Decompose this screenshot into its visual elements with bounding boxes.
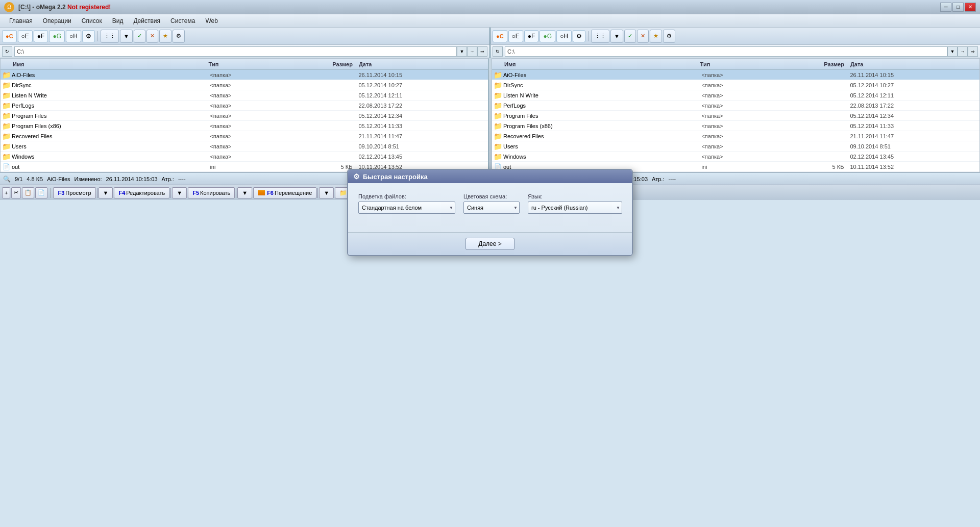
drive-e-right[interactable]: ○E xyxy=(508,30,523,42)
tb-btn-icons[interactable]: ▼ xyxy=(120,30,133,43)
btn-cut[interactable]: ✂ xyxy=(11,187,21,198)
menu-view[interactable]: Вид xyxy=(107,16,129,26)
tb-btn-x-right[interactable]: ✕ xyxy=(637,30,649,43)
tb-btn-settings-right[interactable]: ⚙ xyxy=(663,30,675,43)
drive-h-right[interactable]: ○H xyxy=(556,30,572,42)
table-row[interactable]: 📁Program Files<папка>05.12.2014 12:34 xyxy=(1,111,488,121)
dialog-next-button[interactable]: Далее > xyxy=(465,238,514,250)
tb-btn-star-right[interactable]: ★ xyxy=(650,30,662,43)
file-highlight-select[interactable]: Стандартная на белом xyxy=(358,202,455,214)
f3-view-button[interactable]: F3 Просмотр xyxy=(53,187,95,198)
table-row[interactable]: 📁AiO-Files<папка>26.11.2014 10:15 xyxy=(492,70,979,80)
f5-copy-button[interactable]: F5 Копировать xyxy=(188,187,235,198)
col-type-right[interactable]: Тип xyxy=(698,61,778,67)
table-row[interactable]: 📁Windows<папка>02.12.2014 13:45 xyxy=(1,152,488,162)
f6-move-button[interactable]: F6 Перемещение xyxy=(253,187,316,198)
file-icon: 📄 xyxy=(1,163,12,170)
maximize-button[interactable]: □ xyxy=(952,3,964,12)
col-name-right[interactable]: Имя xyxy=(492,61,698,67)
color-scheme-select[interactable]: Синяя xyxy=(463,202,520,214)
file-type-cell: <папка> xyxy=(208,82,287,88)
f6-dropdown[interactable]: ▼ xyxy=(319,187,334,198)
file-name-cell: Program Files (x86) xyxy=(503,123,699,129)
menu-actions[interactable]: Действия xyxy=(128,16,165,26)
right-file-panel: Имя Тип Размер Дата 📁AiO-Files<папка>26.… xyxy=(492,58,980,172)
tb-btn-x[interactable]: ✕ xyxy=(146,30,158,43)
menu-operations[interactable]: Операции xyxy=(38,16,77,26)
path-btn2-left[interactable]: ⇒ xyxy=(477,46,487,57)
drive-e-left[interactable]: ○E xyxy=(18,30,33,42)
table-row[interactable]: 📁PerfLogs<папка>22.08.2013 17:22 xyxy=(1,101,488,111)
path-btn1-right[interactable]: → xyxy=(958,46,968,57)
path-refresh-right[interactable]: ↻ xyxy=(493,46,503,57)
tb-btn-grid[interactable]: ⋮⋮ xyxy=(101,30,119,43)
drive-g-left[interactable]: ●G xyxy=(49,30,65,42)
menu-home[interactable]: Главная xyxy=(4,16,38,26)
table-row[interactable]: 📁Listen N Write<папка>05.12.2014 12:11 xyxy=(492,90,979,101)
table-row[interactable]: 📁Recovered Files<папка>21.11.2014 11:47 xyxy=(1,131,488,141)
drive-c-left[interactable]: ●C xyxy=(2,30,17,42)
tb-btn-settings[interactable]: ⚙ xyxy=(173,30,185,43)
table-row[interactable]: 📁Listen N Write<папка>05.12.2014 12:11 xyxy=(1,90,488,101)
close-button[interactable]: ✕ xyxy=(965,3,976,12)
path-down-left[interactable]: ▼ xyxy=(457,46,467,57)
f4-label: Редактировать xyxy=(126,190,165,196)
btn-copy-sm[interactable]: 📋 xyxy=(22,187,34,198)
col-size-left[interactable]: Размер xyxy=(286,61,357,67)
menu-system[interactable]: Система xyxy=(165,16,200,26)
table-row[interactable]: 📁Program Files<папка>05.12.2014 12:34 xyxy=(492,111,979,121)
btn-new-tab[interactable]: + xyxy=(2,187,10,198)
table-row[interactable]: 📁Program Files (x86)<папка>05.12.2014 11… xyxy=(492,121,979,131)
table-row[interactable]: 📁Recovered Files<папка>21.11.2014 11:47 xyxy=(492,131,979,141)
file-highlight-select-wrapper: Стандартная на белом xyxy=(358,202,455,214)
col-date-left[interactable]: Дата xyxy=(357,61,488,67)
path-down-right[interactable]: ▼ xyxy=(947,46,958,57)
table-row[interactable]: 📁AiO-Files<папка>26.11.2014 10:15 xyxy=(1,70,488,80)
left-file-panel: Имя Тип Размер Дата 📁AiO-Files<папка>26.… xyxy=(0,58,488,172)
col-size-right[interactable]: Размер xyxy=(777,61,848,67)
table-row[interactable]: 📁PerfLogs<папка>22.08.2013 17:22 xyxy=(492,101,979,111)
file-date-cell: 26.11.2014 10:15 xyxy=(848,72,979,78)
tb-btn-star[interactable]: ★ xyxy=(159,30,172,43)
drive-c-right[interactable]: ●C xyxy=(493,30,507,42)
menu-web[interactable]: Web xyxy=(200,16,223,26)
tb-btn-check-right[interactable]: ✓ xyxy=(624,30,636,43)
right-path-input[interactable] xyxy=(505,46,947,57)
f7-icon: 📁 xyxy=(339,189,347,196)
menu-list[interactable]: Список xyxy=(77,16,107,26)
drive-extra-left[interactable]: ⚙ xyxy=(82,30,95,42)
minimize-button[interactable]: ─ xyxy=(940,3,951,12)
file-date-cell: 05.12.2014 10:27 xyxy=(356,82,488,88)
col-date-right[interactable]: Дата xyxy=(848,61,979,67)
right-path-bar: ↻ ▼ → ⇒ xyxy=(489,45,980,58)
left-path-input[interactable] xyxy=(14,46,457,57)
table-row[interactable]: 📁Users<папка>09.10.2014 8:51 xyxy=(1,141,488,152)
drive-f-left[interactable]: ●F xyxy=(34,30,48,42)
table-row[interactable]: 📁DirSync<папка>05.12.2014 10:27 xyxy=(492,80,979,90)
col-name-left[interactable]: Имя xyxy=(1,61,207,67)
drive-h-left[interactable]: ○H xyxy=(66,30,81,42)
table-row[interactable]: 📁Users<папка>09.10.2014 8:51 xyxy=(492,141,979,152)
tb-btn-grid-right[interactable]: ⋮⋮ xyxy=(591,30,609,43)
table-row[interactable]: 📁Program Files (x86)<папка>05.12.2014 11… xyxy=(1,121,488,131)
f4-edit-button[interactable]: F4 Редактировать xyxy=(114,187,169,198)
f5-dropdown[interactable]: ▼ xyxy=(237,187,252,198)
path-btn1-left[interactable]: → xyxy=(467,46,477,57)
file-type-cell: <папка> xyxy=(208,133,287,139)
dialog-icon: ⚙ xyxy=(353,172,360,181)
table-row[interactable]: 📁DirSync<папка>05.12.2014 10:27 xyxy=(1,80,488,90)
f4-dropdown[interactable]: ▼ xyxy=(172,187,187,198)
drive-g-right[interactable]: ●G xyxy=(540,30,555,42)
btn-paste[interactable]: 📄 xyxy=(35,187,47,198)
path-refresh-left[interactable]: ↻ xyxy=(2,46,12,57)
drive-f-right[interactable]: ●F xyxy=(524,30,539,42)
tb-btn-icons-right[interactable]: ▼ xyxy=(610,30,623,43)
col-type-left[interactable]: Тип xyxy=(207,61,286,67)
language-select[interactable]: ru - Русский (Russian) xyxy=(528,202,622,214)
path-btn2-right[interactable]: ⇒ xyxy=(968,46,978,57)
f3-dropdown[interactable]: ▼ xyxy=(99,187,113,198)
tb-btn-check[interactable]: ✓ xyxy=(134,30,145,43)
quick-setup-dialog[interactable]: ⚙ Быстрая настройка Подветка файлов: Ста… xyxy=(347,169,633,256)
drive-extra-right[interactable]: ⚙ xyxy=(573,30,585,42)
table-row[interactable]: 📁Windows<папка>02.12.2014 13:45 xyxy=(492,152,979,162)
